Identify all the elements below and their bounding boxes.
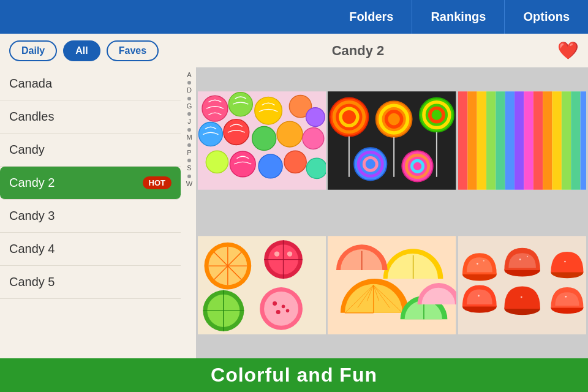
candy-item[interactable]: Candy — [0, 134, 181, 167]
bottom-banner-text: Colorful and Fun — [211, 364, 377, 386]
puzzle-title: Candy 2 — [165, 43, 551, 59]
alpha-a[interactable]: A — [187, 70, 191, 80]
alpha-p[interactable]: P — [187, 148, 191, 157]
svg-point-3 — [255, 97, 282, 124]
alpha-dot-4 — [187, 128, 191, 132]
alpha-dot-1 — [187, 81, 191, 85]
svg-point-10 — [303, 128, 324, 149]
svg-point-95 — [519, 258, 521, 260]
svg-point-99 — [521, 296, 522, 298]
svg-point-71 — [282, 305, 285, 309]
svg-point-69 — [264, 292, 298, 326]
svg-point-14 — [284, 151, 306, 173]
svg-point-11 — [206, 151, 228, 173]
svg-point-73 — [286, 309, 290, 313]
alpha-dot-3 — [187, 112, 191, 116]
image-grid — [196, 67, 588, 358]
candy2-item[interactable]: Candy 2 HOT — [0, 167, 181, 200]
grid-gumdrops[interactable] — [458, 214, 586, 356]
svg-point-12 — [230, 151, 255, 177]
svg-point-15 — [306, 158, 326, 178]
grid-rainbow-strips[interactable] — [458, 69, 586, 212]
svg-point-60 — [274, 251, 279, 256]
candy5-item[interactable]: Candy 5 — [0, 266, 181, 299]
alpha-dot-5 — [187, 143, 191, 147]
rankings-nav[interactable]: Rankings — [412, 0, 505, 34]
candy2-label: Candy 2 — [9, 176, 55, 190]
heart-icon[interactable]: ❤️ — [557, 40, 579, 61]
svg-point-9 — [277, 121, 303, 147]
bottom-banner: Colorful and Fun — [0, 358, 588, 392]
options-nav[interactable]: Options — [505, 0, 588, 34]
main-content: Canada Candles Candy Candy 2 HOT Candy 3… — [0, 67, 588, 358]
folders-nav[interactable]: Folders — [331, 0, 412, 34]
svg-point-2 — [228, 92, 252, 116]
daily-filter[interactable]: Daily — [9, 40, 57, 61]
svg-point-93 — [477, 263, 478, 265]
candles-item[interactable]: Candles — [0, 100, 181, 134]
all-filter[interactable]: All — [63, 40, 100, 61]
grid-lollipops[interactable] — [328, 69, 456, 212]
svg-point-6 — [198, 122, 222, 146]
svg-point-97 — [564, 261, 566, 263]
svg-point-7 — [224, 119, 249, 145]
hot-badge: HOT — [143, 176, 172, 189]
svg-point-61 — [287, 251, 292, 256]
candy4-item[interactable]: Candy 4 — [0, 233, 181, 266]
grid-candy-balls[interactable] — [198, 69, 326, 212]
svg-point-72 — [276, 310, 281, 314]
alpha-dot-6 — [187, 159, 191, 162]
alpha-s[interactable]: S — [187, 164, 191, 173]
alpha-d[interactable]: D — [187, 86, 192, 95]
alpha-w[interactable]: W — [186, 179, 192, 189]
alpha-m[interactable]: M — [186, 133, 192, 142]
alpha-j[interactable]: J — [187, 117, 191, 126]
svg-point-94 — [483, 260, 484, 262]
sidebar: Canada Candles Candy Candy 2 HOT Candy 3… — [0, 67, 196, 358]
canada-item[interactable]: Canada — [0, 67, 181, 100]
sidebar-list: Canada Candles Candy Candy 2 HOT Candy 3… — [0, 67, 196, 299]
svg-point-8 — [252, 126, 276, 150]
alpha-dot-2 — [187, 97, 191, 100]
alpha-g[interactable]: G — [187, 102, 192, 111]
svg-point-5 — [306, 108, 325, 127]
svg-point-98 — [478, 295, 480, 297]
svg-point-70 — [273, 301, 277, 306]
filter-row: Daily All Faves Candy 2 ❤️ — [0, 34, 588, 67]
candy3-item[interactable]: Candy 3 — [0, 200, 181, 233]
alpha-index: A D G J M P S W — [183, 67, 196, 192]
svg-point-96 — [527, 256, 528, 257]
alpha-dot-7 — [187, 175, 191, 178]
svg-rect-50 — [458, 91, 586, 189]
grid-fruit-candy[interactable] — [198, 214, 326, 356]
grid-orange-slices[interactable] — [328, 214, 456, 356]
top-nav-bar: Folders Rankings Options — [0, 0, 588, 34]
svg-point-100 — [565, 296, 567, 298]
faves-filter[interactable]: Faves — [107, 40, 159, 61]
svg-point-13 — [258, 154, 282, 178]
